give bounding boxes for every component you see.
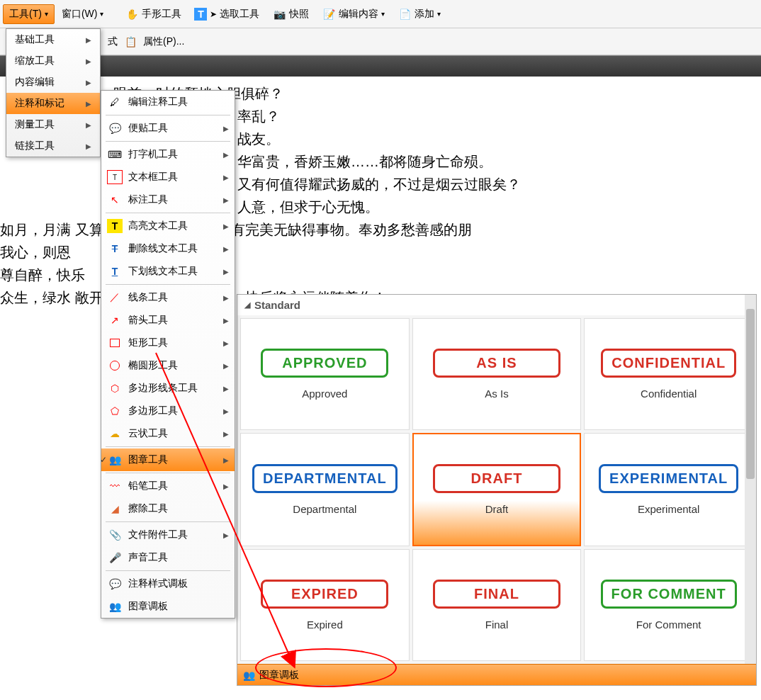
sub-sound[interactable]: 🎤声音工具 [101, 546, 235, 569]
arrow-icon: ▶ [86, 79, 91, 86]
camera-icon: 📷 [272, 7, 286, 21]
add-button[interactable]: 📄 添加 ▾ [392, 4, 446, 24]
scrollbar-thumb[interactable] [746, 309, 755, 479]
style-palette-icon: 💬 [107, 577, 123, 591]
sub-eraser[interactable]: ◢擦除工具 [101, 497, 235, 520]
stamp-image: CONFIDENTIAL [601, 349, 736, 378]
sub-typewriter[interactable]: ⌨打字机工具▶ [101, 143, 235, 166]
select-label: 选取工具 [220, 8, 259, 21]
arrow-icon: ▶ [223, 222, 229, 230]
stamp-label: Confidential [641, 388, 697, 400]
sub-annotation-style[interactable]: 💬注释样式调板 [101, 572, 235, 595]
sub-arrow[interactable]: ↗箭头工具▶ [101, 309, 235, 332]
divider [106, 446, 230, 447]
sub-line[interactable]: ／线条工具▶ [101, 286, 235, 309]
dropdown-arrow-icon: ▾ [45, 10, 48, 18]
sub-attachment[interactable]: 📎文件附件工具▶ [101, 524, 235, 546]
sub-rectangle[interactable]: 矩形工具▶ [101, 332, 235, 354]
menu-annotation[interactable]: 注释和标记▶ [6, 93, 100, 114]
arrow-tool-icon: ↗ [107, 313, 123, 327]
arrow-icon: ▶ [86, 142, 91, 150]
stamp-label: Departmental [293, 503, 356, 515]
dropdown-arrow-icon: ▾ [437, 10, 441, 18]
sub-polygon[interactable]: ⬠多边形工具▶ [101, 400, 235, 422]
arrow-icon: ▶ [86, 121, 91, 129]
stamp-label: Draft [485, 503, 509, 515]
sub-label: 文本框工具 [128, 171, 178, 184]
sub-polyline[interactable]: ⬡多边形线条工具▶ [101, 377, 235, 400]
stamp-image: APPROVED [261, 349, 388, 378]
divider [106, 521, 230, 522]
arrow-icon: ▶ [223, 268, 229, 276]
snapshot-label: 快照 [289, 8, 309, 21]
stamp-item-confidential[interactable]: CONFIDENTIALConfidential [584, 318, 753, 430]
stamp-panel-header[interactable]: ◢ Standard [237, 295, 756, 315]
sub-edit-annotation[interactable]: 🖊编辑注释工具 [101, 91, 235, 113]
window-label: 窗口(W) [62, 8, 98, 21]
sub-label: 多边形线条工具 [128, 382, 198, 395]
sub-stamp-palette[interactable]: 👥图章调板 [101, 595, 235, 618]
menu-label: 注释和标记 [15, 97, 64, 110]
arrow-icon: ▶ [223, 482, 229, 490]
stamp-footer-icon: 👥 [243, 670, 255, 681]
dropdown-arrow-icon: ▾ [381, 10, 385, 18]
menu-link-tools[interactable]: 链接工具▶ [6, 135, 100, 157]
stamp-item-as-is[interactable]: AS ISAs Is [412, 318, 582, 430]
window-menu-button[interactable]: 窗口(W) ▾ [56, 5, 110, 23]
select-tool-button[interactable]: T ➤ 选取工具 [188, 5, 265, 23]
sub-cloud[interactable]: ☁云状工具▶ [101, 422, 235, 445]
properties-icon: 📋 [123, 35, 137, 49]
sub-label: 多边形工具 [128, 405, 178, 417]
menu-measure-tools[interactable]: 测量工具▶ [6, 114, 100, 135]
stamp-item-draft[interactable]: DRAFTDraft [412, 433, 582, 546]
sub-label: 图章调板 [128, 600, 168, 613]
sub-label: 注释样式调板 [128, 577, 188, 590]
sub-sticky-note[interactable]: 💬便贴工具▶ [101, 117, 235, 140]
menu-content-edit[interactable]: 内容编辑▶ [6, 72, 100, 93]
stamp-item-expired[interactable]: EXPIREDExpired [240, 549, 410, 661]
arrow-icon: ▶ [223, 456, 229, 464]
callout-icon: ↖ [107, 193, 123, 207]
tools-menu-button[interactable]: 工具(T) ▾ [3, 4, 55, 24]
stamp-item-for-comment[interactable]: FOR COMMENTFor Comment [584, 549, 753, 661]
sub-textbox[interactable]: T文本框工具▶ [101, 166, 235, 188]
sub-pencil[interactable]: 〰铅笔工具▶ [101, 475, 235, 497]
sub-callout[interactable]: ↖标注工具▶ [101, 188, 235, 211]
add-icon: 📄 [398, 7, 412, 21]
sub-underline[interactable]: T下划线文本工具▶ [101, 260, 235, 283]
stamp-item-approved[interactable]: APPROVEDApproved [240, 318, 410, 430]
hand-tool-button[interactable]: ✋ 手形工具 [119, 4, 187, 24]
stamp-item-departmental[interactable]: DEPARTMENTALDepartmental [240, 433, 410, 546]
menu-zoom-tools[interactable]: 缩放工具▶ [6, 50, 100, 72]
properties-button[interactable]: 属性(P)... [143, 35, 184, 48]
stamp-item-experimental[interactable]: EXPERIMENTALExperimental [584, 433, 753, 546]
sub-label: 便贴工具 [128, 122, 168, 135]
cursor-icon: ➤ [210, 9, 217, 19]
snapshot-button[interactable]: 📷 快照 [266, 4, 315, 24]
edit-content-button[interactable]: 📝 编辑内容 ▾ [316, 4, 390, 24]
stamp-scrollbar[interactable] [745, 295, 756, 664]
arrow-icon: ▶ [86, 57, 91, 65]
typewriter-icon: ⌨ [107, 147, 123, 162]
arrow-icon: ▶ [223, 362, 229, 370]
sub-stamp[interactable]: ✓👥图章工具▶ [101, 448, 235, 471]
stamp-image: EXPIRED [261, 580, 388, 609]
divider-bar [0, 55, 761, 77]
ellipse-icon [107, 359, 123, 373]
arrow-icon: ▶ [223, 339, 229, 347]
stamp-item-final[interactable]: FINALFinal [412, 549, 582, 661]
stamp-label: As Is [485, 388, 508, 400]
sub-label: 编辑注释工具 [128, 96, 188, 108]
sub-highlight[interactable]: T高亮文本工具▶ [101, 215, 235, 237]
main-toolbar: 工具(T) ▾ 窗口(W) ▾ ✋ 手形工具 T ➤ 选取工具 📷 快照 📝 编… [0, 0, 761, 28]
arrow-icon: ▶ [223, 407, 229, 415]
add-label: 添加 [415, 8, 434, 21]
sub-label: 删除线文本工具 [128, 242, 198, 255]
sub-ellipse[interactable]: 椭圆形工具▶ [101, 354, 235, 377]
divider [106, 284, 230, 285]
stamp-footer[interactable]: 👥 图章调板 [237, 664, 756, 685]
sub-label: 高亮文本工具 [128, 220, 188, 232]
stamp-image: AS IS [433, 349, 560, 378]
menu-basic-tools[interactable]: 基础工具▶ [6, 29, 100, 50]
sub-strikeout[interactable]: T删除线文本工具▶ [101, 237, 235, 260]
